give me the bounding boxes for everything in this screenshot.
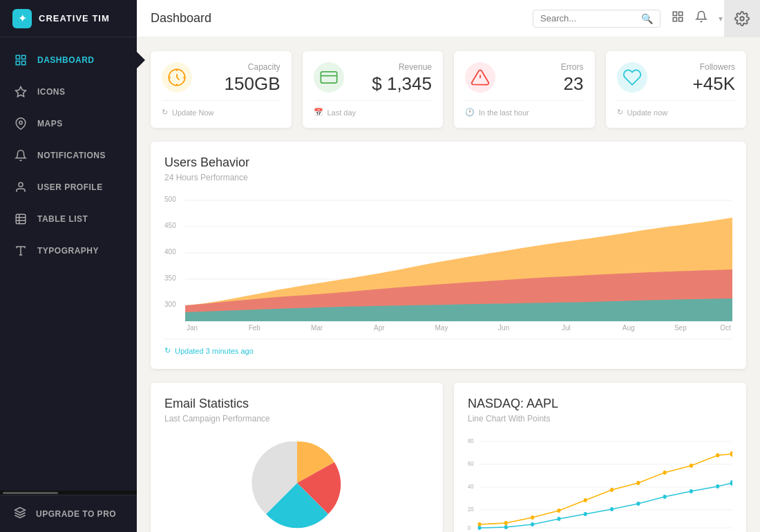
- revenue-info: Revenue $ 1,345: [372, 62, 432, 95]
- svg-point-71: [584, 512, 587, 516]
- sidebar-arrow: [137, 52, 145, 68]
- typography-icon: [14, 244, 28, 258]
- svg-point-69: [531, 522, 534, 526]
- svg-rect-1: [22, 55, 26, 59]
- sidebar-item-typography-label: TYPOGRAPHY: [37, 246, 99, 256]
- icons-icon: [14, 85, 28, 99]
- nasdaq-subtitle: Line Chart With Points: [468, 414, 732, 424]
- errors-icon: [465, 62, 495, 93]
- sidebar-item-dashboard[interactable]: DASHBOARD: [0, 44, 137, 76]
- sidebar-item-user-profile-label: USER PROFILE: [37, 182, 103, 192]
- chart-footer-text: Updated 3 minutes ago: [175, 347, 254, 355]
- svg-point-67: [477, 526, 481, 530]
- capacity-footer-icon: ↻: [162, 108, 168, 117]
- sidebar-item-maps[interactable]: MAPS: [0, 108, 137, 140]
- stat-card-revenue: Revenue $ 1,345 📅 Last day: [303, 51, 444, 128]
- errors-info: Errors 23: [561, 62, 584, 95]
- maps-icon: [14, 117, 28, 131]
- followers-footer: ↻ Update now: [617, 100, 736, 117]
- svg-rect-2: [16, 61, 19, 65]
- logo-icon: ✦: [12, 9, 32, 28]
- revenue-footer-text: Last day: [327, 108, 357, 117]
- svg-text:500: 500: [164, 196, 176, 203]
- svg-rect-16: [679, 18, 683, 21]
- search-input[interactable]: [540, 13, 637, 23]
- sidebar: ✦ CREATIVE TIM DASHBOARD ICONS MAPS: [0, 0, 137, 532]
- svg-point-64: [690, 464, 693, 468]
- capacity-footer: ↻ Update Now: [162, 100, 281, 117]
- svg-point-72: [610, 507, 614, 511]
- svg-point-74: [663, 495, 667, 499]
- upgrade-label: UPGRADE TO PRO: [36, 509, 116, 519]
- svg-text:450: 450: [164, 222, 176, 229]
- svg-point-66: [730, 451, 732, 457]
- svg-text:Sep: Sep: [674, 324, 687, 332]
- sidebar-item-typography[interactable]: TYPOGRAPHY: [0, 235, 137, 267]
- revenue-label: Revenue: [372, 62, 432, 72]
- svg-text:Apr: Apr: [374, 324, 385, 332]
- svg-text:Jan: Jan: [187, 324, 198, 332]
- dashboard-icon: [14, 53, 28, 67]
- stat-card-errors: Errors 23 🕐 In the last hour: [454, 51, 595, 128]
- notifications-bell-button[interactable]: [695, 10, 707, 26]
- revenue-icon: [314, 62, 344, 93]
- grid-view-button[interactable]: [672, 10, 684, 26]
- svg-point-57: [504, 521, 508, 525]
- sidebar-item-user-profile[interactable]: USER PROFILE: [0, 171, 137, 203]
- search-icon: 🔍: [641, 13, 653, 24]
- sidebar-item-notifications[interactable]: NOTIFICATIONS: [0, 140, 137, 171]
- gear-overlay-button[interactable]: [724, 0, 760, 37]
- sidebar-item-notifications-label: NOTIFICATIONS: [37, 151, 106, 160]
- notifications-icon: [14, 149, 28, 162]
- svg-text:Oct: Oct: [720, 324, 731, 332]
- svg-point-73: [636, 502, 640, 506]
- revenue-footer-icon: 📅: [314, 108, 323, 117]
- sidebar-bottom: UPGRADE TO PRO: [0, 495, 137, 532]
- sidebar-logo: ✦ CREATIVE TIM: [0, 0, 137, 37]
- followers-label: Followers: [693, 62, 735, 72]
- svg-text:Jul: Jul: [562, 324, 571, 332]
- capacity-label: Capacity: [225, 62, 281, 72]
- sidebar-item-icons-label: ICONS: [37, 87, 66, 97]
- followers-footer-icon: ↻: [617, 108, 623, 117]
- svg-text:350: 350: [164, 274, 176, 282]
- svg-text:80: 80: [468, 437, 474, 444]
- sidebar-item-maps-label: MAPS: [37, 119, 63, 129]
- svg-text:400: 400: [164, 248, 176, 256]
- sidebar-nav: DASHBOARD ICONS MAPS NOTIFICATIONS US: [0, 37, 137, 491]
- svg-rect-22: [321, 72, 336, 83]
- svg-point-70: [557, 517, 560, 521]
- email-statistics-subtitle: Last Campaign Performance: [164, 414, 429, 424]
- svg-text:Mar: Mar: [311, 324, 323, 332]
- upgrade-icon: [14, 506, 26, 521]
- sidebar-item-icons[interactable]: ICONS: [0, 76, 137, 108]
- search-box[interactable]: 🔍: [533, 10, 661, 28]
- svg-rect-13: [673, 12, 676, 15]
- svg-point-68: [504, 525, 508, 529]
- logo-text: CREATIVE TIM: [39, 13, 110, 23]
- refresh-icon: ↻: [164, 346, 171, 355]
- upgrade-to-pro[interactable]: UPGRADE TO PRO: [14, 506, 123, 521]
- table-list-icon: [14, 212, 28, 226]
- svg-point-77: [730, 480, 732, 486]
- nasdaq-title: NASDAQ: AAPL: [468, 397, 732, 411]
- chevron-down-icon[interactable]: ▾: [719, 14, 723, 23]
- users-behavior-card: Users Behavior 24 Hours Performance 500 …: [151, 142, 746, 369]
- svg-point-63: [663, 471, 667, 475]
- errors-footer-text: In the last hour: [479, 108, 529, 117]
- main-content: Dashboard 🔍 ▾: [137, 0, 760, 532]
- svg-point-65: [716, 453, 719, 457]
- svg-rect-14: [679, 12, 683, 15]
- svg-rect-7: [16, 214, 26, 224]
- followers-info: Followers +45K: [693, 62, 735, 95]
- svg-text:Aug: Aug: [623, 324, 635, 332]
- revenue-value: $ 1,345: [372, 73, 432, 95]
- followers-value: +45K: [693, 73, 735, 95]
- svg-point-59: [557, 509, 560, 513]
- sidebar-item-table-list[interactable]: TABLE LIST: [0, 203, 137, 235]
- svg-text:60: 60: [468, 459, 474, 467]
- users-behavior-title: Users Behavior: [164, 155, 732, 170]
- svg-line-21: [177, 77, 180, 80]
- email-statistics-title: Email Statistics: [164, 397, 429, 411]
- svg-point-62: [636, 481, 640, 485]
